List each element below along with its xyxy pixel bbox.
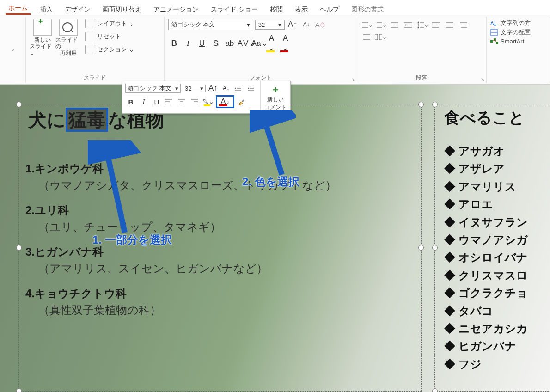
mini-underline[interactable]: U <box>151 97 162 107</box>
tab-shape-format[interactable]: 図形の書式 <box>348 5 386 15</box>
align-left-button[interactable] <box>430 20 442 30</box>
underline-button[interactable]: U <box>196 39 208 48</box>
line-spacing-button[interactable]: ⌄ <box>416 20 428 30</box>
resize-handle[interactable] <box>16 388 22 392</box>
text-align-button[interactable]: 文字の配置 <box>490 28 546 37</box>
tab-slideshow[interactable]: スライド ショー <box>208 5 261 15</box>
reset-button[interactable]: リセット <box>83 31 136 42</box>
smartart-button[interactable]: SmartArt <box>490 37 546 45</box>
plus-icon: ＋ <box>264 83 287 96</box>
mini-bold[interactable]: B <box>125 97 136 107</box>
reset-icon <box>85 32 95 41</box>
resize-handle[interactable] <box>16 245 22 251</box>
side-list-item: タバコ <box>444 302 550 320</box>
font-size-combo[interactable]: 32▾ <box>255 20 285 30</box>
reuse-slide-button[interactable]: スライドの 再利用 <box>55 18 81 83</box>
list-item-sub: （アマリリス、スイセン、ヒガンバナなど） <box>38 260 421 277</box>
mini-font-name[interactable]: 游ゴシック 本文▾ <box>125 84 181 93</box>
side-list-item: オシロイバナ <box>444 249 550 266</box>
mini-font-color[interactable]: A ⌄ <box>216 95 234 108</box>
bold-button[interactable]: B <box>168 39 180 48</box>
font-dialog-launcher[interactable]: ↘ <box>351 77 355 82</box>
svg-marker-10 <box>391 24 392 26</box>
paste-dropdown[interactable]: ⌄ <box>4 46 22 52</box>
text-shadow-button[interactable]: S <box>210 39 222 48</box>
font-color-button[interactable]: A ⌄ <box>279 34 291 53</box>
svg-text:A: A <box>490 20 494 26</box>
font-name-combo[interactable]: 游ゴシック 本文▾ <box>168 19 253 30</box>
mini-grow-font[interactable]: A↑ <box>208 83 219 93</box>
layout-button[interactable]: レイアウト ⌄ <box>83 18 136 29</box>
svg-point-5 <box>361 27 361 28</box>
slide-body[interactable]: 1.キンポウゲ科 （ウマノアシガタ、クリスマスローズ、トリカブトなど） 2.ユリ… <box>25 160 421 318</box>
highlight-button[interactable]: A ⌄ <box>265 34 277 53</box>
new-slide-button[interactable]: 新しい スライド ⌄ <box>30 18 55 83</box>
tab-transition[interactable]: 画面切り替え <box>100 5 144 15</box>
group-paragraph: ⌄ ⌄ ⌄ ⌄ 段落 ↘ <box>357 17 487 83</box>
side-list-item: アザレア <box>444 160 550 178</box>
svg-marker-18 <box>417 21 419 23</box>
change-case-button[interactable]: Aa⌄ <box>251 38 263 48</box>
group-font: 游ゴシック 本文▾ 32▾ A↑ A↓ A ◇ B I U S ab AV⌄ A… <box>165 17 357 83</box>
decrease-indent-button[interactable] <box>389 20 401 30</box>
mini-decrease-indent[interactable] <box>233 83 244 93</box>
grow-font-button[interactable]: A↑ <box>287 19 299 30</box>
columns-button[interactable]: ⌄ <box>375 32 387 42</box>
clear-format-button[interactable]: A ◇ <box>314 19 326 30</box>
list-item: 4.キョウチクトウ科 <box>25 285 421 302</box>
resize-handle[interactable] <box>418 245 424 251</box>
text-direction-button[interactable]: A 文字列の方 <box>490 19 546 27</box>
mini-increase-indent[interactable] <box>246 83 257 93</box>
align-justify-button[interactable] <box>361 32 373 42</box>
mini-font-size[interactable]: 32▾ <box>183 85 206 92</box>
tab-insert[interactable]: 挿入 <box>37 5 55 15</box>
resize-handle[interactable] <box>418 102 424 107</box>
resize-handle[interactable] <box>432 388 438 392</box>
increase-indent-button[interactable] <box>403 20 415 30</box>
section-button[interactable]: セクション ⌄ <box>83 44 136 55</box>
title-selected-text: 猛毒 <box>66 108 108 132</box>
side-list[interactable]: アサガオ アザレア アマリリス アロエ イヌサフラン ウマノアシガ オシロイバナ… <box>444 142 550 373</box>
mini-italic[interactable]: I <box>138 97 149 107</box>
mini-new-comment[interactable]: ＋ 新しい コメント <box>261 81 290 113</box>
resize-handle[interactable] <box>16 102 22 107</box>
tab-view[interactable]: 表示 <box>292 5 311 15</box>
tab-home[interactable]: ホーム <box>6 3 31 15</box>
tab-help[interactable]: ヘルプ <box>317 5 342 15</box>
mini-align-left[interactable] <box>164 97 175 107</box>
align-right-button[interactable] <box>458 20 470 30</box>
align-center-button[interactable] <box>444 20 456 30</box>
tab-animation[interactable]: アニメーション <box>151 5 202 15</box>
numbering-button[interactable]: ⌄ <box>375 20 387 30</box>
new-slide-label2: スライド <box>30 43 52 49</box>
reuse-slide-label2: 再利用 <box>60 50 77 56</box>
resize-handle[interactable] <box>432 102 438 107</box>
side-list-item: ヒガンバナ <box>444 337 550 355</box>
bullets-button[interactable]: ⌄ <box>361 20 373 30</box>
resize-handle[interactable] <box>432 245 438 251</box>
mini-highlight[interactable]: ✎⌄ <box>203 97 214 107</box>
side-list-item: アマリリス <box>444 178 550 196</box>
kerning-button[interactable]: AV⌄ <box>238 38 250 48</box>
side-title: 食べること <box>444 107 550 129</box>
mini-align-right[interactable] <box>190 97 201 107</box>
eraser-icon: ◇ <box>320 20 325 29</box>
svg-marker-19 <box>417 27 419 29</box>
italic-button[interactable]: I <box>182 39 194 48</box>
annotation-step2: 2. 色を選択 <box>242 174 299 189</box>
group-clipboard: ⌄ <box>0 17 26 83</box>
side-list-item: ニセアカシカ <box>444 320 550 337</box>
arrow-step1-icon <box>88 140 143 237</box>
new-slide-icon <box>33 19 52 36</box>
slide-canvas[interactable]: 犬に猛毒な植物 1.キンポウゲ科 （ウマノアシガタ、クリスマスローズ、トリカブト… <box>0 85 550 392</box>
shrink-font-button[interactable]: A↓ <box>300 19 312 30</box>
tab-design[interactable]: デザイン <box>62 5 93 15</box>
strikethrough-button[interactable]: ab <box>224 39 236 48</box>
mini-format-painter[interactable] <box>236 97 247 107</box>
mini-align-center[interactable] <box>177 97 188 107</box>
tab-review[interactable]: 校閲 <box>267 5 286 15</box>
mini-shrink-font[interactable]: A↓ <box>220 83 232 93</box>
textbox-side[interactable]: 食べること アサガオ アザレア アマリリス アロエ イヌサフラン ウマノアシガ … <box>434 104 550 392</box>
paragraph-dialog-launcher[interactable]: ↘ <box>481 77 484 82</box>
textbox-main[interactable]: 犬に猛毒な植物 1.キンポウゲ科 （ウマノアシガタ、クリスマスローズ、トリカブト… <box>18 104 422 392</box>
